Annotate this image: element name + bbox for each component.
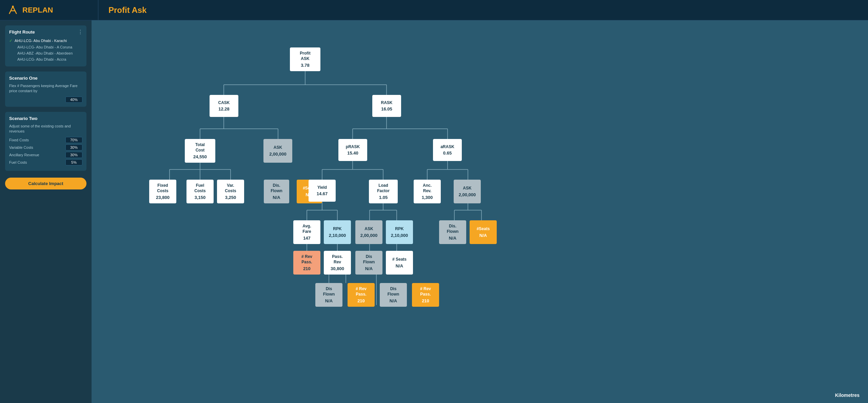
anc-rev-value: 1,300 <box>422 195 433 200</box>
load-factor-node: LoadFactor 1.05 <box>369 180 398 203</box>
logo-icon <box>7 4 19 16</box>
yield-node: Yield 14.67 <box>309 180 336 202</box>
avg-fare-label: Avg.Fare <box>302 224 311 234</box>
total-cost-node: TotalCost 24,550 <box>185 139 215 163</box>
fixed-costs-row: Fixed Costs <box>9 137 82 143</box>
dis-flown2-value: N/A <box>449 236 456 241</box>
rev-pass3-value: 210 <box>422 298 429 303</box>
dis-flown5-label: DisFlown <box>388 286 399 297</box>
variable-costs-row: Variable Costs <box>9 144 82 150</box>
rask-node: RASK 16.05 <box>372 95 401 117</box>
seats2-value: N/A <box>479 233 487 238</box>
rpk1-value: 2,10,000 <box>329 233 346 238</box>
rev-pass2-node: # RevPass. 210 <box>348 283 375 307</box>
dis-flown1-value: N/A <box>273 195 280 200</box>
sidebar: Flight Route ⋮ ✓ AHU-LCG- Abu Dhabi - Ka… <box>0 20 92 403</box>
check-icon: ✓ <box>9 38 13 43</box>
dis-flown3-label: DisFlown <box>363 254 375 265</box>
scenario-one-input[interactable] <box>65 97 82 103</box>
fixed-costs-node: FixedCosts 23,800 <box>149 180 176 203</box>
seats2-label: #Seats <box>477 226 490 232</box>
rpk2-value: 2,10,000 <box>391 233 408 238</box>
dis-flown4-label: DisFlown <box>323 286 335 297</box>
logo: REPLAN <box>7 0 98 20</box>
cask-label: CASK <box>218 100 230 106</box>
rev-pass1-node: # RevPass. 210 <box>293 251 320 275</box>
dis-flown1-node: Dis.Flown N/A <box>264 180 289 203</box>
dis-flown2-node: Dis.Flown N/A <box>439 220 466 244</box>
var-costs-node-label: Var.Costs <box>225 183 236 194</box>
fuel-costs-node: FuelCosts 3,150 <box>186 180 214 203</box>
ask3-node: ASK 2,00,000 <box>355 220 382 244</box>
rpk1-label: RPK <box>333 226 341 232</box>
avg-fare-value: 147 <box>303 236 311 241</box>
profit-ask-label: ProfitASK <box>300 51 310 61</box>
ask3-value: 2,00,000 <box>360 233 378 238</box>
load-factor-label: LoadFactor <box>377 183 390 194</box>
scenario-two-title: Scenario Two <box>9 116 82 121</box>
total-cost-label: TotalCost <box>195 142 205 153</box>
route-item-1[interactable]: ✓ AHU-LCG- Abu Dhabi - Karachi <box>9 37 82 44</box>
rpk2-node: RPK 2,10,000 <box>386 220 413 244</box>
pass-rev-node: Pass.Rev 30,800 <box>324 251 351 275</box>
profit-ask-node: ProfitASK 3.78 <box>290 47 320 71</box>
seats3-label: # Seats <box>392 257 407 262</box>
pass-rev-label: Pass.Rev <box>332 254 342 265</box>
svg-point-0 <box>12 5 14 7</box>
dis-flown3-node: DisFlown N/A <box>355 251 382 275</box>
menu-dots-icon[interactable]: ⋮ <box>78 29 83 35</box>
fuel-costs-label: Fuel Costs <box>9 160 27 164</box>
prask-label: pRASK <box>346 144 360 150</box>
cask-value: 12.28 <box>218 106 230 112</box>
route-item-3[interactable]: AHU-ABZ -Abu Dhabi - Aberdeen <box>9 50 82 56</box>
flight-route-title: Flight Route <box>9 29 82 35</box>
main-layout: Flight Route ⋮ ✓ AHU-LCG- Abu Dhabi - Ka… <box>0 20 868 403</box>
calculate-impact-button[interactable]: Calculate Impact <box>5 178 86 189</box>
fixed-costs-label: Fixed Costs <box>9 138 29 142</box>
page-title: Profit Ask <box>98 5 146 15</box>
km-label: Kilometres <box>835 392 860 398</box>
dis-flown4-value: N/A <box>325 298 333 303</box>
route-list: ✓ AHU-LCG- Abu Dhabi - Karachi AHU-LCG- … <box>9 37 82 62</box>
fuel-costs-node-label: FuelCosts <box>194 183 205 194</box>
total-cost-value: 24,550 <box>193 154 207 159</box>
rask-label: RASK <box>381 100 392 106</box>
var-costs-node-value: 3,250 <box>225 195 236 200</box>
dis-flown5-node: DisFlown N/A <box>380 283 407 307</box>
fixed-costs-input[interactable] <box>65 137 82 143</box>
avg-fare-node: Avg.Fare 147 <box>293 220 320 244</box>
variable-costs-input[interactable] <box>65 144 82 150</box>
var-costs-node: Var.Costs 3,250 <box>217 180 244 203</box>
ask1-node: ASK 2,00,000 <box>263 139 292 163</box>
tree-area: ProfitASK 3.78 CASK 12.28 RASK 16.05 Tot… <box>92 20 868 403</box>
dis-flown5-value: N/A <box>390 298 397 303</box>
scenario-one-title: Scenario One <box>9 76 82 81</box>
ancillary-revenue-row: Ancillary Revenue <box>9 152 82 158</box>
scenario-one-description: Flex # Passengers keeping Average Fare p… <box>9 83 82 94</box>
rpk2-label: RPK <box>395 226 403 232</box>
rev-pass2-label: # RevPass. <box>356 286 367 297</box>
fuel-costs-input[interactable] <box>65 159 82 165</box>
load-factor-value: 1.05 <box>379 195 388 200</box>
ask2-label: ASK <box>463 186 471 191</box>
ask1-value: 2,00,000 <box>269 152 287 157</box>
rev-pass1-value: 210 <box>303 266 311 271</box>
seats2-node: #Seats N/A <box>470 220 497 244</box>
arask-node: aRASK 0.65 <box>433 139 462 161</box>
scenario-two-section: Scenario Two Adjust some of the existing… <box>5 112 86 171</box>
yield-value: 14.67 <box>317 191 328 196</box>
fuel-costs-node-value: 3,150 <box>195 195 206 200</box>
fuel-costs-row: Fuel Costs <box>9 159 82 165</box>
dis-flown3-value: N/A <box>365 266 373 271</box>
variable-costs-label: Variable Costs <box>9 145 33 149</box>
logo-text: REPLAN <box>22 6 53 15</box>
route-item-4[interactable]: AHU-LCG- Abu Dhabi - Accra <box>9 56 82 62</box>
pass-rev-value: 30,800 <box>331 266 344 271</box>
rpk1-node: RPK 2,10,000 <box>324 220 351 244</box>
route-item-2[interactable]: AHU-LCG- Abu Dhabi - A Coruna <box>9 44 82 50</box>
anc-rev-node: Anc.Rev. 1,300 <box>414 180 441 203</box>
cask-node: CASK 12.28 <box>210 95 238 117</box>
rev-pass1-label: # RevPass. <box>301 254 312 265</box>
ask2-value: 2,00,000 <box>459 192 476 197</box>
ancillary-revenue-input[interactable] <box>65 152 82 158</box>
